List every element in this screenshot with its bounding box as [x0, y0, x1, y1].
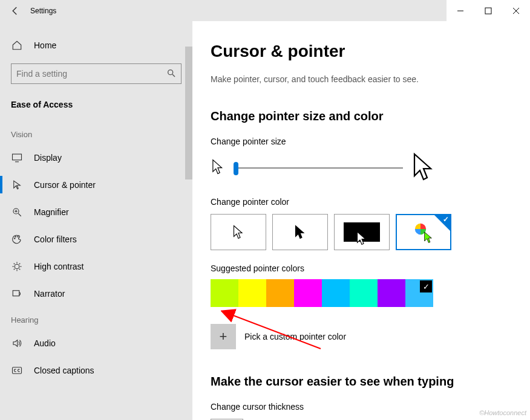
home-icon — [11, 40, 23, 51]
sidebar-item-label: Narrator — [34, 289, 65, 299]
color-swatch[interactable] — [266, 279, 294, 307]
back-button[interactable] — [0, 0, 30, 21]
sidebar-item-display[interactable]: Display — [0, 144, 192, 171]
sidebar-item-label: Display — [34, 153, 62, 163]
sidebar-item-label: Color filters — [34, 234, 77, 244]
sidebar-item-label: Magnifier — [34, 207, 69, 217]
color-option-custom[interactable]: ✓ — [396, 214, 451, 250]
sidebar-item-audio[interactable]: Audio — [0, 329, 192, 357]
cursor-large-icon — [411, 152, 436, 184]
svg-line-22 — [14, 268, 15, 270]
audio-icon — [11, 338, 23, 349]
minimize-button[interactable] — [447, 0, 474, 21]
svg-point-15 — [15, 264, 19, 269]
maximize-button[interactable] — [474, 0, 502, 21]
cc-icon — [11, 365, 23, 376]
sidebar-item-high-contrast[interactable]: High contrast — [0, 253, 192, 280]
window-title: Settings — [30, 7, 56, 15]
plus-icon: + — [220, 329, 227, 344]
svg-point-12 — [15, 237, 16, 239]
section-size-color: Change pointer size and color — [211, 109, 530, 123]
check-icon: ✓ — [443, 215, 449, 224]
svg-line-21 — [19, 268, 21, 270]
sidebar: Home Ease of Access Vision Display Curso… — [0, 21, 192, 420]
color-swatch[interactable] — [378, 279, 405, 307]
svg-rect-6 — [13, 154, 22, 160]
color-swatch[interactable] — [322, 279, 350, 307]
search-icon — [166, 68, 176, 80]
label-pointer-color: Change pointer color — [211, 197, 530, 207]
watermark: ©Howtoconnect — [479, 409, 526, 416]
sidebar-item-magnifier[interactable]: Magnifier — [0, 198, 192, 225]
label-pointer-size: Change pointer size — [211, 137, 530, 146]
label-suggested-colors: Suggested pointer colors — [211, 263, 530, 273]
magnifier-icon — [11, 207, 23, 218]
svg-rect-25 — [13, 367, 22, 373]
sidebar-home-label: Home — [34, 40, 56, 50]
narrator-icon — [11, 288, 23, 299]
color-swatch[interactable] — [238, 279, 266, 307]
pointer-size-slider[interactable] — [234, 161, 403, 175]
sidebar-category: Ease of Access — [0, 95, 192, 121]
svg-point-4 — [168, 69, 173, 74]
search-input[interactable] — [16, 69, 166, 79]
group-label-hearing: Hearing — [0, 307, 192, 329]
contrast-icon — [11, 261, 23, 272]
color-swatch[interactable] — [211, 279, 238, 307]
svg-point-13 — [15, 236, 16, 237]
palette-icon — [11, 234, 23, 245]
pick-custom-color-button[interactable]: + — [211, 324, 236, 349]
sidebar-item-narrator[interactable]: Narrator — [0, 280, 192, 307]
label-pick-custom-color: Pick a custom pointer color — [244, 332, 346, 341]
sidebar-scrollbar[interactable] — [185, 47, 192, 179]
color-swatch[interactable] — [350, 279, 378, 307]
cursor-icon — [11, 179, 23, 190]
color-swatch[interactable] — [294, 279, 322, 307]
sidebar-item-label: Closed captions — [34, 366, 94, 375]
svg-rect-24 — [13, 290, 19, 296]
sidebar-item-closed-captions[interactable]: Closed captions — [0, 357, 192, 384]
svg-line-20 — [14, 263, 15, 264]
page-title: Cursor & pointer — [211, 42, 530, 61]
color-option-white[interactable] — [211, 214, 266, 250]
cursor-small-icon — [211, 159, 225, 177]
page-subtitle: Make pointer, cursor, and touch feedback… — [211, 74, 530, 84]
svg-line-5 — [172, 74, 175, 77]
color-swatch-selected[interactable]: ✓ — [405, 279, 433, 307]
sidebar-item-label: High contrast — [34, 262, 83, 271]
svg-rect-1 — [485, 8, 491, 14]
svg-line-9 — [18, 213, 21, 216]
section-cursor-typing: Make the cursor easier to see when typin… — [211, 375, 530, 389]
svg-line-23 — [19, 263, 21, 264]
color-option-inverted[interactable] — [334, 214, 390, 250]
check-icon: ✓ — [420, 280, 432, 292]
sidebar-item-cursor-pointer[interactable]: Cursor & pointer — [0, 171, 192, 198]
display-icon — [11, 152, 23, 163]
group-label-vision: Vision — [0, 121, 192, 144]
sidebar-item-label: Audio — [34, 338, 56, 348]
main-content: Cursor & pointer Make pointer, cursor, a… — [192, 21, 530, 420]
sidebar-item-color-filters[interactable]: Color filters — [0, 225, 192, 253]
close-button[interactable] — [502, 0, 530, 21]
sidebar-item-label: Cursor & pointer — [34, 180, 96, 190]
suggested-colors: ✓ — [211, 279, 530, 307]
slider-thumb[interactable] — [234, 162, 238, 175]
svg-point-14 — [18, 236, 19, 237]
sidebar-home[interactable]: Home — [0, 33, 192, 57]
search-box[interactable] — [11, 63, 182, 84]
color-option-black[interactable] — [272, 214, 328, 250]
titlebar: Settings — [0, 0, 530, 21]
